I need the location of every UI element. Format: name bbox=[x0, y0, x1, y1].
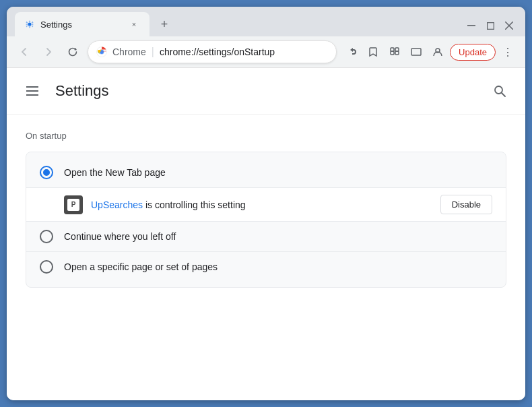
update-button[interactable]: Update bbox=[450, 44, 496, 61]
extension-name: UpSearches bbox=[91, 199, 143, 210]
profile-icon[interactable] bbox=[428, 42, 447, 61]
share-icon[interactable] bbox=[342, 42, 361, 61]
bookmark-icon[interactable] bbox=[364, 42, 383, 61]
tab-close-button[interactable]: × bbox=[128, 18, 140, 30]
chrome-menu-button[interactable]: ⋮ bbox=[498, 42, 517, 61]
svg-rect-2 bbox=[487, 22, 494, 29]
svg-point-16 bbox=[495, 86, 502, 94]
address-url: chrome://settings/onStartup bbox=[160, 46, 328, 57]
extension-suffix: is controlling this setting bbox=[143, 199, 246, 210]
forward-button[interactable] bbox=[39, 42, 58, 61]
minimize-button[interactable] bbox=[466, 20, 477, 31]
radio-new-tab[interactable] bbox=[40, 166, 53, 179]
cast-icon[interactable] bbox=[407, 42, 426, 61]
option-continue-label: Continue where you left off bbox=[64, 231, 176, 242]
option-new-tab[interactable]: Open the New Tab page bbox=[26, 158, 506, 187]
startup-options-card: Open the New Tab page P UpSearches is co… bbox=[26, 152, 506, 288]
title-bar: Settings × + bbox=[7, 7, 525, 36]
page-title: Settings bbox=[55, 82, 109, 100]
radio-continue[interactable] bbox=[40, 230, 53, 243]
extension-control-row: P UpSearches is controlling this setting… bbox=[26, 187, 506, 222]
window-controls bbox=[466, 20, 517, 36]
page-content: PC FISH.COM Settings On startup O bbox=[7, 68, 525, 400]
toolbar-actions: Update ⋮ bbox=[342, 42, 517, 61]
svg-rect-9 bbox=[391, 48, 394, 51]
extension-text: UpSearches is controlling this setting bbox=[91, 199, 432, 210]
radio-specific-page[interactable] bbox=[40, 260, 53, 274]
tab-favicon bbox=[24, 19, 35, 30]
search-button[interactable] bbox=[488, 79, 512, 103]
radio-new-tab-dot bbox=[43, 169, 50, 176]
option-new-tab-label: Open the New Tab page bbox=[64, 167, 166, 178]
extension-icon-letter: P bbox=[67, 199, 79, 211]
settings-header: Settings bbox=[7, 68, 525, 115]
svg-rect-13 bbox=[26, 86, 38, 88]
svg-rect-11 bbox=[411, 49, 421, 55]
reload-button[interactable] bbox=[63, 42, 82, 61]
address-chrome-label: Chrome bbox=[112, 46, 146, 57]
extension-icon: P bbox=[64, 195, 83, 214]
toolbar: Chrome | chrome://settings/onStartup Upd… bbox=[7, 36, 525, 68]
sidebar-toggle-button[interactable] bbox=[20, 79, 44, 103]
restore-button[interactable] bbox=[485, 20, 496, 31]
settings-body: On startup Open the New Tab page P UpSea… bbox=[7, 115, 525, 304]
option-specific-page-label: Open a specific page or set of pages bbox=[64, 261, 218, 272]
svg-point-0 bbox=[28, 23, 31, 26]
option-continue[interactable]: Continue where you left off bbox=[26, 222, 506, 251]
svg-line-17 bbox=[502, 93, 505, 96]
disable-button[interactable]: Disable bbox=[440, 195, 492, 214]
address-bar[interactable]: Chrome | chrome://settings/onStartup bbox=[88, 40, 337, 63]
new-tab-button[interactable]: + bbox=[155, 15, 174, 34]
address-separator: | bbox=[152, 46, 154, 58]
svg-rect-14 bbox=[26, 90, 38, 92]
extensions-icon[interactable] bbox=[385, 42, 404, 61]
browser-window: Settings × + bbox=[7, 7, 525, 400]
svg-rect-15 bbox=[26, 94, 38, 96]
back-button[interactable] bbox=[15, 42, 34, 61]
svg-rect-1 bbox=[467, 25, 475, 26]
close-button[interactable] bbox=[504, 20, 514, 31]
chrome-icon bbox=[96, 46, 107, 57]
section-label: On startup bbox=[26, 131, 506, 141]
svg-rect-10 bbox=[395, 48, 399, 51]
option-specific-page[interactable]: Open a specific page or set of pages bbox=[26, 251, 506, 282]
active-tab[interactable]: Settings × bbox=[15, 12, 149, 36]
tab-title: Settings bbox=[40, 20, 123, 30]
